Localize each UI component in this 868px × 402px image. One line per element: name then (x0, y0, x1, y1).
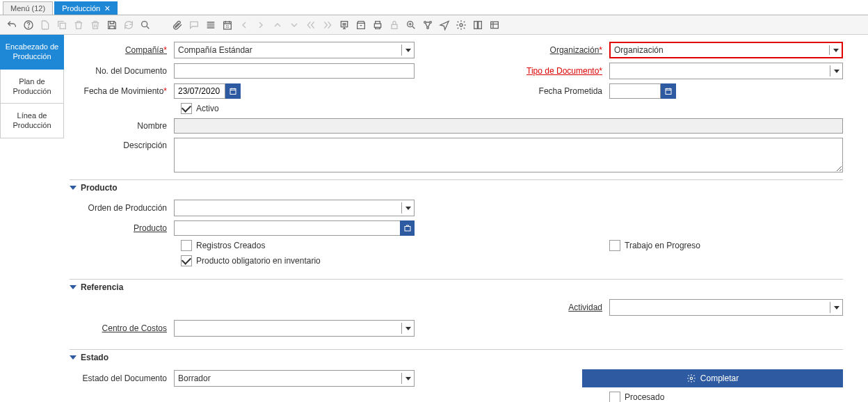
no-doc-input[interactable] (174, 63, 415, 79)
gear-icon (686, 373, 696, 383)
chevron-down-icon[interactable] (401, 45, 414, 56)
csv-icon[interactable] (487, 17, 502, 33)
estado-doc-select[interactable]: Borrador (174, 370, 415, 387)
sidebar-item-plan[interactable]: Plan de Producción (0, 70, 64, 104)
activo-label: Activo (196, 104, 219, 113)
no-doc-label: No. del Documento (70, 66, 174, 76)
trabajo-label: Trabajo en Progreso (625, 241, 700, 250)
delete-icon (71, 17, 86, 33)
activo-checkbox[interactable] (181, 103, 192, 114)
collapse-icon[interactable] (70, 285, 77, 289)
fecha-prom-field (609, 83, 676, 99)
tipo-doc-select[interactable] (609, 63, 843, 79)
svg-rect-2 (60, 23, 65, 29)
procesado-checkbox[interactable] (609, 392, 620, 402)
calendar-icon[interactable]: 31 (220, 17, 235, 33)
gear-icon[interactable] (453, 17, 469, 33)
grid-icon[interactable] (203, 17, 218, 33)
zoom-icon[interactable] (403, 17, 419, 33)
tab-bar: Menú (12) Producción × (0, 0, 868, 15)
section-referencia-header[interactable]: Referencia (70, 282, 843, 292)
completar-button[interactable]: Completar (582, 369, 843, 387)
form-content: Compañía Compañía Estándar Organización … (64, 35, 868, 402)
orden-select[interactable] (174, 200, 415, 216)
collapse-icon[interactable] (70, 355, 77, 360)
sidebar-item-linea[interactable]: Línea de Producción (0, 104, 64, 138)
chevron-down-icon[interactable] (401, 373, 414, 384)
search-icon[interactable] (138, 17, 153, 33)
section-title: Referencia (81, 282, 123, 292)
svg-point-3 (142, 21, 147, 26)
producto-label: Producto (70, 223, 174, 233)
completar-label: Completar (700, 373, 739, 383)
info-icon[interactable] (470, 17, 485, 33)
archive-icon[interactable] (353, 17, 369, 33)
nav-prev-icon (253, 17, 268, 33)
lock-icon[interactable] (387, 17, 402, 33)
calendar-icon[interactable] (661, 83, 676, 99)
svg-rect-18 (666, 89, 671, 95)
registros-label: Registros Creados (196, 241, 265, 250)
chevron-down-icon[interactable] (829, 45, 842, 55)
attachment-icon[interactable] (170, 17, 185, 33)
actividad-select[interactable] (609, 299, 843, 316)
chevron-down-icon[interactable] (830, 65, 842, 77)
procesado-label: Procesado (625, 392, 664, 402)
organizacion-value: Organización (614, 45, 664, 55)
workflow-icon[interactable] (420, 17, 435, 33)
orden-label: Orden de Producción (70, 203, 174, 213)
chat-icon (186, 17, 202, 33)
undo-icon[interactable] (4, 17, 19, 33)
tab-label: Producción (62, 4, 100, 13)
tab-menu[interactable]: Menú (12) (3, 1, 53, 15)
print-icon[interactable] (370, 17, 385, 33)
centro-select[interactable] (174, 320, 415, 337)
collapse-icon[interactable] (70, 186, 77, 190)
svg-point-12 (427, 26, 429, 29)
chevron-down-icon[interactable] (830, 302, 842, 313)
report-icon[interactable] (337, 17, 352, 33)
producto-input[interactable] (174, 220, 401, 236)
product-picker-icon[interactable] (400, 220, 415, 236)
help-icon[interactable] (21, 17, 36, 33)
nav-back-icon (303, 17, 319, 33)
compania-select[interactable]: Compañía Estándar (174, 42, 415, 58)
save-icon[interactable] (104, 17, 120, 33)
request-icon[interactable] (437, 17, 452, 33)
obligatorio-checkbox[interactable] (181, 255, 192, 266)
registros-checkbox[interactable] (181, 240, 192, 251)
section-title: Estado (81, 353, 108, 362)
actividad-label: Actividad (498, 303, 609, 312)
refresh-icon (121, 17, 136, 33)
new-icon (38, 17, 53, 33)
sidebar-item-encabezado[interactable]: Encabezado de Producción (0, 35, 64, 70)
svg-rect-14 (474, 21, 478, 29)
compania-label: Compañía (70, 45, 174, 55)
close-icon[interactable]: × (104, 5, 110, 12)
toolbar: 31 (0, 15, 868, 35)
chevron-down-icon[interactable] (401, 202, 414, 214)
svg-point-20 (690, 377, 693, 380)
nav-first-icon (236, 17, 252, 33)
organizacion-select[interactable]: Organización (609, 42, 843, 58)
svg-rect-6 (341, 21, 347, 26)
svg-rect-15 (479, 21, 482, 29)
svg-point-11 (430, 21, 432, 23)
nombre-label: Nombre (70, 121, 174, 131)
sidebar: Encabezado de Producción Plan de Producc… (0, 35, 64, 402)
tab-produccion[interactable]: Producción × (54, 1, 118, 15)
section-estado-header[interactable]: Estado (70, 353, 843, 362)
obligatorio-label: Producto obligatorio en inventario (196, 256, 321, 266)
fecha-mov-input[interactable] (174, 83, 225, 99)
nombre-input[interactable] (174, 118, 843, 134)
trabajo-checkbox[interactable] (609, 240, 620, 251)
calendar-icon[interactable] (225, 83, 241, 99)
fecha-prom-input[interactable] (609, 83, 661, 99)
chevron-down-icon[interactable] (401, 323, 414, 334)
estado-doc-value: Borrador (178, 373, 211, 383)
svg-rect-19 (405, 227, 410, 232)
descripcion-textarea[interactable] (174, 138, 843, 172)
section-title: Producto (81, 183, 118, 193)
section-producto-header[interactable]: Producto (70, 183, 843, 193)
tipo-doc-label[interactable]: Tipo de Documento (498, 66, 609, 76)
